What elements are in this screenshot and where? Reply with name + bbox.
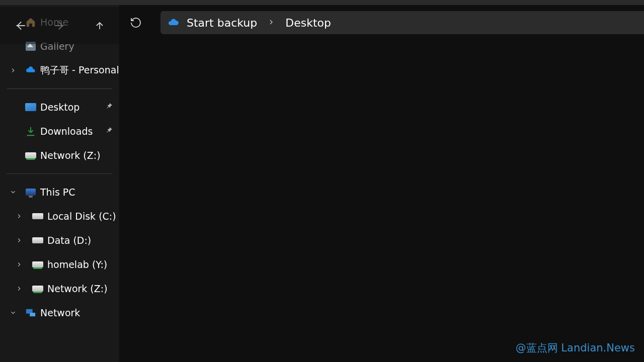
sidebar-item-label: Network <box>40 307 80 318</box>
folder-contents[interactable] <box>119 40 644 362</box>
network-drive-icon <box>32 259 43 270</box>
breadcrumb[interactable]: Start backup Desktop <box>160 11 644 34</box>
up-button[interactable] <box>88 14 112 38</box>
chevron-down-icon[interactable] <box>7 189 19 196</box>
breadcrumb-start-backup[interactable]: Start backup <box>187 17 257 29</box>
svg-rect-1 <box>30 313 35 316</box>
chevron-right-icon[interactable] <box>264 18 278 28</box>
pin-icon[interactable] <box>105 102 113 112</box>
forward-button[interactable] <box>48 14 72 38</box>
watermark-text-1: @蓝点网 <box>516 342 561 354</box>
nav-buttons-overlay <box>0 7 120 44</box>
chevron-right-icon[interactable] <box>13 237 25 244</box>
sidebar-item-network-z[interactable]: Network (Z:) <box>0 277 119 301</box>
this-pc-icon <box>25 187 36 198</box>
onedrive-icon <box>25 65 36 76</box>
chevron-down-icon[interactable] <box>7 309 19 316</box>
cloud-sync-icon <box>168 17 180 29</box>
window-top-strip <box>0 0 644 5</box>
sidebar-item-homelab-y[interactable]: homelab (Y:) <box>0 252 119 277</box>
sidebar-item-label: homelab (Y:) <box>47 259 107 270</box>
sidebar-item-label: Desktop <box>40 102 79 113</box>
sidebar-divider <box>7 173 112 174</box>
network-icon <box>25 307 36 318</box>
sidebar-item-onedrive-personal[interactable]: 鸭子哥 - Personal <box>0 58 119 82</box>
sidebar-item-label: Downloads <box>40 126 93 137</box>
watermark-text-2: Landian.News <box>561 342 635 354</box>
network-drive-icon <box>25 150 36 161</box>
pin-icon[interactable] <box>105 126 113 136</box>
sidebar-item-label: Network (Z:) <box>47 283 108 294</box>
sidebar-item-label: Data (D:) <box>47 235 91 246</box>
local-disk-icon <box>32 235 43 246</box>
desktop-folder-icon <box>25 102 36 113</box>
local-disk-icon <box>32 211 43 222</box>
chevron-right-icon[interactable] <box>7 67 19 74</box>
sidebar-item-network[interactable]: Network <box>0 301 119 325</box>
chevron-right-icon[interactable] <box>13 213 25 220</box>
toolbar: Start backup Desktop <box>119 5 644 40</box>
chevron-right-icon[interactable] <box>13 285 25 292</box>
watermark: @蓝点网 Landian.News <box>516 341 635 355</box>
sidebar-item-label: 鸭子哥 - Personal <box>40 64 119 77</box>
sidebar-item-label: This PC <box>40 187 75 198</box>
sidebar-item-data-d[interactable]: Data (D:) <box>0 228 119 252</box>
network-drive-icon <box>32 283 43 294</box>
back-button[interactable] <box>8 14 32 38</box>
sidebar-item-downloads[interactable]: Downloads <box>0 119 119 143</box>
sidebar-item-label: Network (Z:) <box>40 150 101 161</box>
refresh-button[interactable] <box>125 12 146 33</box>
sidebar-item-desktop[interactable]: Desktop <box>0 95 119 119</box>
breadcrumb-current[interactable]: Desktop <box>285 17 331 29</box>
sidebar: Home Gallery 鸭子哥 - Personal Desktop <box>0 5 119 362</box>
sidebar-divider <box>7 88 112 89</box>
downloads-icon <box>25 126 36 137</box>
chevron-right-icon[interactable] <box>13 261 25 268</box>
sidebar-item-local-disk-c[interactable]: Local Disk (C:) <box>0 204 119 228</box>
sidebar-item-this-pc[interactable]: This PC <box>0 180 119 204</box>
sidebar-item-network-z-quick[interactable]: Network (Z:) <box>0 143 119 167</box>
sidebar-item-label: Local Disk (C:) <box>47 211 116 222</box>
content-area: Start backup Desktop @蓝点网 Landian.News <box>119 5 644 362</box>
